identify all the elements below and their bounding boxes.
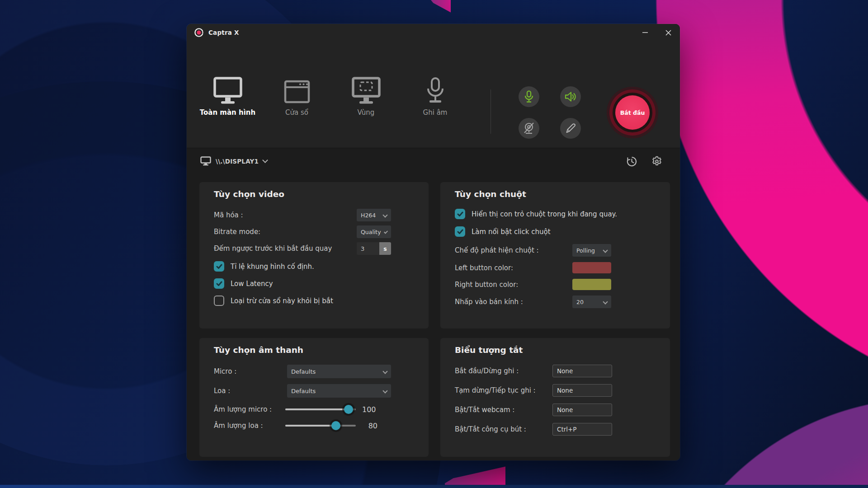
mode-label: Ghi âm: [423, 108, 448, 117]
slider-fill: [285, 425, 336, 427]
mouse-options-panel: Tùy chọn chuột Hiển thị con trỏ chuột tr…: [440, 182, 670, 328]
toolbar-divider: [491, 89, 491, 134]
encoder-select[interactable]: H264: [357, 209, 391, 221]
check-icon: [457, 229, 463, 235]
taskbar-edge: [0, 485, 868, 488]
close-button[interactable]: [660, 25, 676, 40]
microphone-on-icon: [524, 90, 534, 103]
minimize-icon: [642, 29, 648, 36]
display-name: \\.\DISPLAY1: [216, 158, 259, 165]
speaker-volume-slider[interactable]: [285, 421, 356, 430]
show-cursor-check-row[interactable]: Hiển thị con trỏ chuột trong khi đang qu…: [455, 209, 656, 219]
speaker-select[interactable]: Defaults: [287, 384, 391, 398]
titlebar[interactable]: Captra X: [187, 24, 680, 41]
mode-window[interactable]: Cửa sổ: [262, 72, 331, 117]
microphone-toggle-button[interactable]: [519, 86, 539, 107]
bitrate-mode-label: Bitrate mode:: [214, 228, 357, 236]
mode-region[interactable]: Vùng: [331, 72, 401, 117]
chevron-down-icon: [603, 248, 608, 253]
app-title: Captra X: [208, 29, 239, 36]
show-cursor-checkbox[interactable]: [455, 209, 465, 219]
speaker-toggle-button[interactable]: [560, 86, 581, 107]
history-icon: [626, 156, 637, 167]
panel-title: Tùy chọn video: [214, 189, 414, 199]
low-latency-check-row[interactable]: Low Latency: [214, 278, 414, 289]
webcam-toggle-button[interactable]: [519, 118, 539, 139]
minimize-button[interactable]: [637, 25, 653, 40]
app-logo-icon: [194, 28, 204, 38]
right-button-color-label: Right button color:: [455, 281, 572, 289]
speaker-volume-label: Âm lượng loa :: [214, 422, 285, 430]
check-icon: [216, 281, 222, 286]
low-latency-checkbox[interactable]: [214, 278, 224, 289]
click-radius-value: 20: [576, 299, 584, 305]
mode-label: Toàn màn hình: [200, 108, 255, 117]
check-icon: [216, 264, 222, 269]
left-button-color-swatch[interactable]: [572, 262, 611, 273]
wallpaper-magenta-ring: [656, 0, 868, 407]
chevron-down-icon: [382, 388, 387, 393]
panel-title: Biểu tượng tắt: [455, 345, 656, 355]
chevron-down-icon: [603, 299, 608, 304]
panel-title: Tùy chọn chuột: [455, 189, 656, 199]
pencil-icon: [565, 123, 576, 134]
highlight-click-checkbox[interactable]: [455, 226, 465, 237]
wallpaper-magenta-wedge: [445, 465, 505, 485]
slider-thumb[interactable]: [331, 421, 340, 430]
mic-volume-slider[interactable]: [285, 405, 356, 414]
pause-resume-hotkey-input[interactable]: None: [552, 384, 612, 397]
settings-bar-icons: [614, 155, 665, 168]
region-capture-icon: [352, 72, 381, 105]
bitrate-mode-value: Quality: [361, 229, 381, 235]
chevron-down-icon: [382, 212, 387, 217]
speaker-on-icon: [565, 91, 576, 102]
pen-tool-button[interactable]: [560, 118, 581, 139]
fixed-aspect-checkbox[interactable]: [214, 261, 224, 272]
fixed-aspect-check-row[interactable]: Tỉ lệ khung hình cố định.: [214, 261, 414, 272]
slider-fill: [285, 408, 349, 410]
encoder-value: H264: [361, 212, 376, 219]
right-button-color-swatch[interactable]: [572, 279, 611, 290]
mic-volume-label: Âm lượng micro :: [214, 405, 285, 413]
countdown-unit[interactable]: s: [379, 242, 391, 255]
bitrate-mode-select[interactable]: Quality: [357, 225, 391, 238]
record-start-button[interactable]: Bắt đầu: [615, 95, 650, 130]
exclude-window-checkbox[interactable]: [214, 296, 224, 306]
start-stop-hotkey-input[interactable]: None: [552, 365, 612, 377]
pen-tool-hotkey-input[interactable]: Ctrl+P: [552, 423, 612, 436]
check-icon: [457, 211, 463, 217]
slider-thumb[interactable]: [344, 405, 353, 414]
audio-options-panel: Tùy chọn âm thanh Micro : Defaults Loa :…: [199, 338, 429, 457]
microphone-label: Micro :: [214, 367, 287, 375]
settings-button[interactable]: [649, 155, 665, 168]
click-radius-select[interactable]: 20: [572, 296, 611, 308]
microphone-select[interactable]: Defaults: [287, 365, 391, 378]
mic-volume-value: 100: [362, 405, 377, 414]
webcam-hotkey-input[interactable]: None: [552, 404, 612, 416]
highlight-click-check-row[interactable]: Làm nổi bật click chuột: [455, 226, 656, 237]
record-start-label: Bắt đầu: [620, 109, 645, 116]
click-radius-label: Nhấp vào bán kính :: [455, 298, 572, 306]
fullscreen-monitor-icon: [213, 72, 242, 105]
check-label: Loại trừ cửa sổ này khỏi bị bắt: [231, 297, 333, 305]
mode-audio-record[interactable]: Ghi âm: [401, 72, 470, 117]
mode-label: Cửa sổ: [285, 108, 308, 117]
exclude-window-check-row[interactable]: Loại trừ cửa sổ này khỏi bị bắt: [214, 296, 414, 306]
panel-title: Tùy chọn âm thanh: [214, 345, 414, 355]
left-button-color-label: Left button color:: [455, 264, 572, 272]
window-capture-icon: [284, 72, 310, 105]
chevron-down-icon: [384, 230, 388, 234]
mouse-detect-label: Chế độ phát hiện chuột :: [455, 246, 572, 254]
display-selector[interactable]: \\.\DISPLAY1: [200, 156, 267, 166]
gear-icon: [651, 155, 663, 167]
chevron-down-icon: [382, 369, 387, 374]
mouse-detect-value: Polling: [576, 247, 595, 254]
mode-fullscreen[interactable]: Toàn màn hình: [193, 72, 262, 117]
history-button[interactable]: [624, 155, 639, 168]
webcam-hotkey-label: Bật/Tắt webcam :: [455, 406, 552, 414]
countdown-input[interactable]: 3: [357, 242, 379, 255]
captra-window: Captra X: [187, 24, 680, 460]
mode-label: Vùng: [358, 108, 375, 117]
wallpaper-magenta-wedge: [431, 0, 451, 14]
mouse-detect-select[interactable]: Polling: [572, 244, 611, 257]
